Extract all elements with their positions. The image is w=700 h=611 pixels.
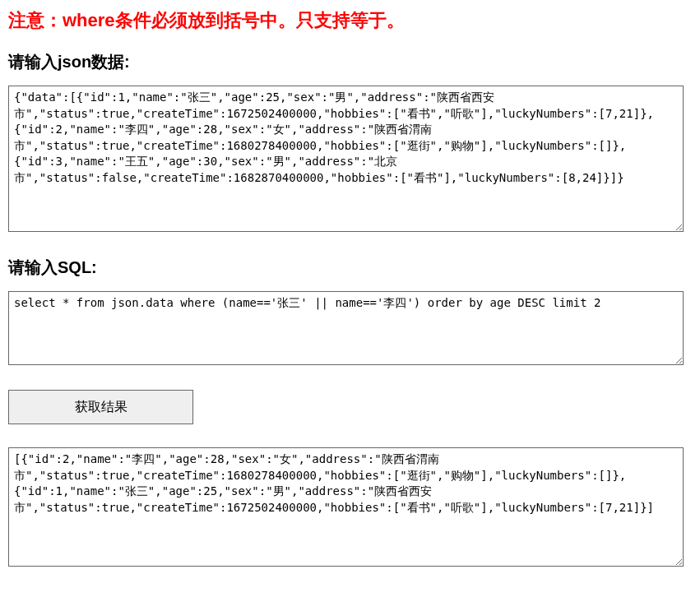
warning-text: 注意：where条件必须放到括号中。只支持等于。 — [8, 8, 692, 33]
result-output[interactable] — [8, 447, 684, 567]
get-result-button[interactable]: 获取结果 — [8, 390, 193, 424]
json-input-label: 请输入json数据: — [8, 51, 692, 73]
sql-input-label: 请输入SQL: — [8, 257, 692, 279]
sql-input[interactable] — [8, 291, 684, 365]
json-input[interactable] — [8, 86, 684, 232]
